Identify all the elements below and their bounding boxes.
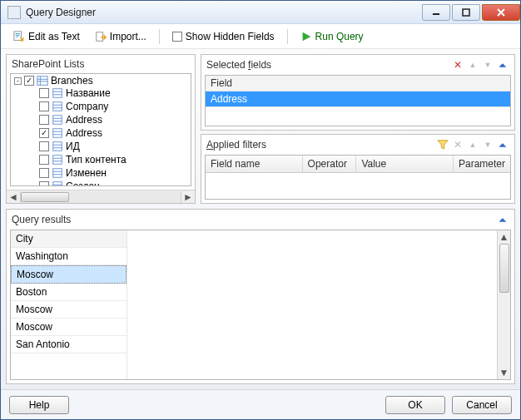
col-value: Value bbox=[356, 156, 454, 172]
collapse-button[interactable]: ⏶ bbox=[496, 58, 509, 72]
footer: Help OK Cancel bbox=[1, 389, 520, 419]
show-hidden-fields-button[interactable]: Show Hidden Fields bbox=[166, 28, 280, 45]
expander-icon[interactable]: - bbox=[14, 77, 22, 85]
query-result-row[interactable]: Moscow bbox=[11, 265, 127, 284]
import-icon bbox=[95, 31, 107, 42]
toolbar-separator bbox=[287, 29, 288, 44]
tree-item[interactable]: Тип контента bbox=[27, 154, 191, 166]
qr-collapse-button[interactable]: ⏶ bbox=[496, 213, 509, 226]
import-label: Import... bbox=[110, 31, 146, 42]
edit-text-icon bbox=[13, 31, 25, 42]
filter-down-button[interactable]: ▼ bbox=[481, 138, 494, 151]
tree-item-label: Название bbox=[66, 87, 111, 99]
sharepoint-tree[interactable]: - Branches НазваниеCompanyAddressAddress… bbox=[10, 73, 191, 186]
filter-up-button[interactable]: ▲ bbox=[466, 138, 479, 151]
titlebar: Query Designer bbox=[1, 1, 520, 24]
tree-item[interactable]: Изменен bbox=[27, 167, 191, 179]
tree-item-label: Тип контента bbox=[66, 154, 127, 166]
tree-item-label: Address bbox=[66, 114, 102, 126]
query-result-row[interactable]: Moscow bbox=[11, 301, 127, 319]
query-result-row[interactable]: Moscow bbox=[11, 319, 127, 336]
filters-table-head: Field name Operator Value Parameter bbox=[206, 156, 510, 173]
checkbox[interactable] bbox=[39, 115, 49, 125]
query-result-row[interactable]: San Antonio bbox=[11, 336, 127, 353]
applied-filters-panel: Applied filters ✕ ▲ ▼ ⏶ Field name Opera… bbox=[201, 134, 515, 204]
cancel-button[interactable]: Cancel bbox=[452, 396, 512, 414]
checkbox[interactable] bbox=[24, 76, 34, 86]
svg-rect-10 bbox=[53, 89, 62, 98]
field-icon bbox=[52, 127, 63, 139]
col-parameter: Parameter bbox=[454, 156, 510, 172]
tree-item[interactable]: Создан bbox=[27, 180, 191, 186]
svg-rect-22 bbox=[53, 142, 62, 151]
checkbox[interactable] bbox=[39, 155, 49, 165]
horizontal-scrollbar[interactable]: ◄ ► bbox=[7, 190, 195, 203]
delete-filter-button[interactable]: ✕ bbox=[451, 138, 464, 151]
col-operator: Operator bbox=[303, 156, 357, 172]
tree-root[interactable]: - Branches bbox=[14, 75, 191, 86]
field-icon bbox=[52, 101, 63, 112]
maximize-button[interactable] bbox=[452, 4, 480, 21]
query-result-row[interactable]: Boston bbox=[11, 284, 127, 301]
filters-table: Field name Operator Value Parameter bbox=[205, 155, 511, 200]
svg-rect-31 bbox=[53, 182, 62, 186]
selected-fields-list[interactable]: Field Address bbox=[205, 75, 511, 126]
body: SharePoint Lists - Branches НазваниеComp… bbox=[1, 49, 520, 389]
tree-item-label: Изменен bbox=[66, 167, 107, 179]
run-query-button[interactable]: Run Query bbox=[295, 28, 370, 45]
query-results-label: Query results bbox=[12, 214, 71, 225]
svg-rect-6 bbox=[37, 77, 47, 86]
tree-item[interactable]: Address bbox=[27, 114, 191, 126]
checkbox[interactable] bbox=[39, 168, 49, 178]
tree-item[interactable]: Address bbox=[27, 127, 191, 139]
move-up-button[interactable]: ▲ bbox=[466, 58, 479, 72]
checkbox[interactable] bbox=[39, 101, 49, 111]
funnel-icon[interactable] bbox=[436, 138, 449, 151]
show-hidden-checkbox[interactable] bbox=[172, 32, 182, 42]
svg-rect-4 bbox=[14, 31, 22, 40]
applied-filters-header: Applied filters ✕ ▲ ▼ ⏶ bbox=[201, 135, 514, 155]
checkbox[interactable] bbox=[39, 181, 49, 186]
scroll-up-button[interactable]: ▲ bbox=[499, 230, 510, 244]
sharepoint-lists-header: SharePoint Lists bbox=[7, 55, 195, 73]
tree-item[interactable]: ИД bbox=[27, 141, 191, 152]
field-icon bbox=[52, 114, 63, 126]
close-button[interactable] bbox=[482, 4, 520, 21]
selected-field-row[interactable]: Address bbox=[206, 91, 510, 107]
selected-fields-label: Selected fields bbox=[206, 59, 271, 71]
toolbar: Edit as Text Import... Show Hidden Field… bbox=[1, 24, 520, 49]
query-result-row[interactable]: Washington bbox=[11, 248, 127, 265]
scroll-track[interactable] bbox=[20, 191, 181, 203]
vscroll-thumb[interactable] bbox=[499, 244, 509, 293]
minimize-button[interactable] bbox=[422, 4, 450, 21]
sharepoint-lists-label: SharePoint Lists bbox=[12, 58, 84, 70]
help-button[interactable]: Help bbox=[9, 396, 69, 414]
query-results-column: City WashingtonMoscowBostonMoscowMoscowS… bbox=[11, 230, 127, 379]
checkbox[interactable] bbox=[39, 128, 49, 138]
ok-button[interactable]: OK bbox=[385, 396, 445, 414]
vertical-scrollbar[interactable]: ▲ ▼ bbox=[497, 230, 510, 379]
scroll-down-button[interactable]: ▼ bbox=[499, 366, 510, 379]
scroll-thumb[interactable] bbox=[21, 192, 69, 202]
scroll-left-button[interactable]: ◄ bbox=[7, 191, 20, 203]
top-panels: SharePoint Lists - Branches НазваниеComp… bbox=[6, 54, 515, 204]
window-title: Query Designer bbox=[26, 7, 420, 18]
tree-item[interactable]: Company bbox=[27, 101, 191, 112]
delete-field-button[interactable]: ✕ bbox=[451, 58, 464, 72]
checkbox[interactable] bbox=[39, 88, 49, 98]
tree-item-label: Создан bbox=[66, 180, 100, 186]
move-down-button[interactable]: ▼ bbox=[481, 58, 494, 72]
filters-collapse-button[interactable]: ⏶ bbox=[496, 138, 509, 151]
play-icon bbox=[300, 31, 312, 42]
tree-item[interactable]: Название bbox=[27, 87, 191, 99]
import-button[interactable]: Import... bbox=[89, 28, 152, 45]
scroll-right-button[interactable]: ► bbox=[181, 191, 195, 203]
edit-as-text-button[interactable]: Edit as Text bbox=[7, 28, 86, 45]
field-icon bbox=[52, 154, 63, 166]
run-query-label: Run Query bbox=[315, 31, 364, 42]
svg-rect-28 bbox=[53, 169, 62, 178]
vscroll-track[interactable] bbox=[499, 244, 510, 366]
checkbox[interactable] bbox=[39, 141, 49, 151]
right-panels: Selected fields ✕ ▲ ▼ ⏶ Field Address Ap bbox=[201, 54, 515, 204]
tree-root-label: Branches bbox=[51, 75, 93, 86]
